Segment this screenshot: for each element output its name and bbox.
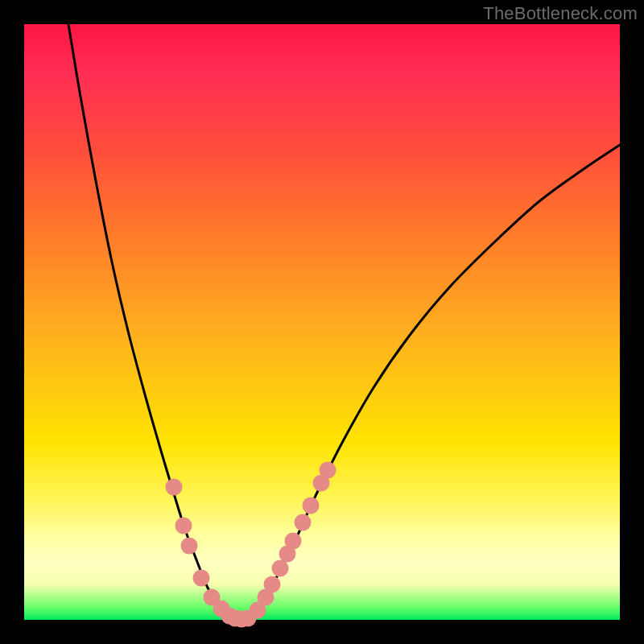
data-marker <box>193 570 210 587</box>
data-marker <box>175 518 192 535</box>
data-marker <box>320 462 336 479</box>
marker-group <box>166 462 336 628</box>
chart-frame: TheBottleneck.com <box>0 0 644 644</box>
data-marker <box>272 560 289 577</box>
data-marker <box>303 497 320 514</box>
data-marker <box>166 479 183 496</box>
data-marker <box>264 576 281 593</box>
data-marker <box>295 514 312 531</box>
curve-svg <box>24 24 620 620</box>
bottleneck-curve <box>68 24 620 620</box>
data-marker <box>181 538 198 555</box>
plot-area <box>24 24 620 620</box>
watermark-text: TheBottleneck.com <box>483 3 638 24</box>
data-marker <box>285 533 302 550</box>
curve-group <box>68 24 620 620</box>
